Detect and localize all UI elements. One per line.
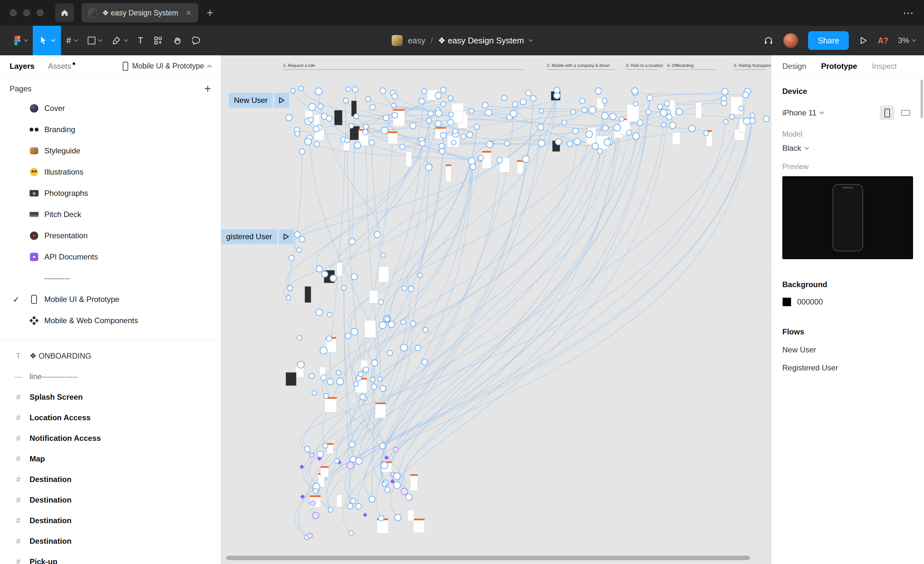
flow-play-button[interactable]: [274, 93, 289, 108]
layer-row-line[interactable]: — line--------------: [0, 366, 221, 387]
page-switcher-label: Mobile UI & Prototype: [132, 62, 204, 71]
main-menu-button[interactable]: [8, 26, 33, 55]
tab-close-icon[interactable]: ×: [186, 8, 191, 17]
background-section: Background 000000: [771, 271, 924, 318]
page-icon-wrap: [28, 316, 40, 325]
window-zoom-button[interactable]: [37, 9, 44, 17]
flow-start-new-user[interactable]: New User: [229, 93, 289, 108]
help-badge[interactable]: A?: [878, 36, 888, 45]
tab-design[interactable]: Design: [782, 62, 806, 71]
layer-row-destination-4[interactable]: # Destination: [0, 531, 221, 552]
page-item-presentation[interactable]: Presentation: [0, 225, 221, 246]
flow-play-button[interactable]: [279, 229, 294, 244]
play-icon: [279, 97, 285, 104]
device-value[interactable]: iPhone 11: [782, 108, 816, 117]
layer-row-onboarding[interactable]: T ❖ ONBOARDING: [0, 346, 221, 366]
comment-tool-button[interactable]: [187, 26, 206, 55]
page-item-cover[interactable]: Cover: [0, 98, 221, 119]
page-item-illustrations[interactable]: Illustrations: [0, 161, 221, 183]
canvas-section-2: 2- Mobile with a company & driver: [547, 63, 616, 70]
headphones-icon[interactable]: [764, 36, 773, 45]
layer-label: Map: [30, 454, 45, 463]
hand-tool-button[interactable]: [168, 26, 187, 55]
user-avatar[interactable]: [783, 33, 798, 48]
frame-layer-icon: #: [13, 414, 24, 422]
color-swatch[interactable]: [782, 298, 791, 307]
window-close-button[interactable]: [10, 9, 17, 17]
add-page-button[interactable]: +: [204, 82, 211, 95]
page-icon-wrap: [28, 147, 40, 154]
layer-row-destination-3[interactable]: # Destination: [0, 510, 221, 531]
phone-icon: [123, 62, 128, 71]
frame-tool-button[interactable]: #: [61, 26, 82, 55]
team-avatar[interactable]: [392, 35, 403, 46]
layer-row-destination-1[interactable]: # Destination: [0, 469, 221, 490]
page-item-mobile-web-components[interactable]: Mobile & Web Components: [0, 310, 221, 331]
flow-start-registered-user[interactable]: gistered User: [221, 229, 294, 244]
present-play-icon[interactable]: [858, 36, 868, 45]
new-tab-button[interactable]: +: [207, 6, 213, 20]
canvas[interactable]: 1- Request a ride 2- Mobile with a compa…: [221, 55, 771, 564]
page-item-api-documents[interactable]: API Documents: [0, 246, 221, 268]
share-button[interactable]: Share: [808, 31, 849, 50]
tab-prototype[interactable]: Prototype: [821, 62, 857, 71]
breadcrumb-file-name[interactable]: ❖ easy Design System: [438, 36, 524, 46]
tab-inspect[interactable]: Inspect: [872, 62, 897, 71]
chevron-down-icon[interactable]: [820, 110, 824, 114]
file-tab[interactable]: ❖ easy Design System ×: [82, 3, 198, 23]
pen-tool-button[interactable]: [107, 26, 133, 55]
model-row[interactable]: Black: [782, 144, 913, 153]
move-tool-button[interactable]: [33, 26, 61, 55]
section-underline: [734, 69, 766, 70]
window-minimize-button[interactable]: [23, 9, 30, 17]
zoom-menu[interactable]: 3%: [898, 36, 916, 45]
layer-row-pick-up[interactable]: # Pick-up: [0, 552, 221, 564]
layer-row-location-access[interactable]: # Location Access: [0, 408, 221, 428]
page-item-pitch-deck[interactable]: Pitch Deck: [0, 204, 221, 225]
horizontal-scrollbar[interactable]: [226, 556, 750, 560]
orientation-landscape-button[interactable]: [898, 105, 913, 120]
page-item-photographs[interactable]: Photographs: [0, 183, 221, 204]
page-item-styleguide[interactable]: Styleguide: [0, 140, 221, 161]
pages-header-label: Pages: [10, 84, 32, 93]
chevron-down-icon: [51, 37, 55, 42]
resources-button[interactable]: [148, 26, 168, 55]
page-icon-wrap: [28, 232, 40, 240]
home-button[interactable]: [55, 3, 74, 22]
flow-item-new-user[interactable]: New User: [782, 345, 913, 354]
page-label: Presentation: [44, 231, 88, 240]
shape-tool-button[interactable]: [82, 26, 107, 55]
page-item-mobile-ui-prototype[interactable]: ✓ Mobile UI & Prototype: [0, 289, 221, 310]
frame-tool-icon: #: [66, 36, 71, 46]
more-menu-icon[interactable]: ⋯: [903, 6, 914, 19]
vertical-scrollbar[interactable]: [921, 80, 923, 118]
layer-row-map[interactable]: # Map: [0, 448, 221, 469]
layer-row-destination-2[interactable]: # Destination: [0, 490, 221, 510]
flow-item-registered-user[interactable]: Registered User: [782, 363, 913, 372]
selected-page-check-icon: ✓: [13, 295, 24, 304]
page-item-branding[interactable]: Branding: [0, 119, 221, 140]
text-tool-button[interactable]: T: [133, 26, 148, 55]
file-tab-icon: [88, 9, 97, 17]
page-item-divider[interactable]: ----------: [0, 268, 221, 289]
layer-label: Notification Access: [30, 434, 101, 443]
layer-row-splash-screen[interactable]: # Splash Screen: [0, 387, 221, 408]
canvas-section-4: 4- Offboarding: [667, 63, 715, 70]
tab-assets[interactable]: Assets: [48, 62, 75, 71]
page-icon-wrap: [28, 295, 40, 304]
tab-layers[interactable]: Layers: [10, 62, 34, 71]
background-color-row[interactable]: 000000: [782, 298, 913, 307]
layer-label: Location Access: [30, 413, 91, 422]
page-icon-wrap: [28, 128, 40, 131]
file-tab-title: ❖ easy Design System: [102, 9, 178, 17]
left-panel-tabs: Layers Assets Mobile UI & Prototype: [0, 55, 221, 77]
layer-row-notification-access[interactable]: # Notification Access: [0, 428, 221, 448]
portrait-icon: [885, 109, 890, 117]
chevron-down-icon[interactable]: [528, 37, 533, 42]
background-hex-value[interactable]: 000000: [797, 298, 823, 307]
zoom-level: 3%: [898, 36, 909, 45]
page-label: Cover: [44, 104, 65, 113]
orientation-portrait-button[interactable]: [880, 105, 894, 120]
breadcrumb-team[interactable]: easy: [408, 36, 425, 46]
page-switcher[interactable]: Mobile UI & Prototype: [123, 62, 211, 71]
